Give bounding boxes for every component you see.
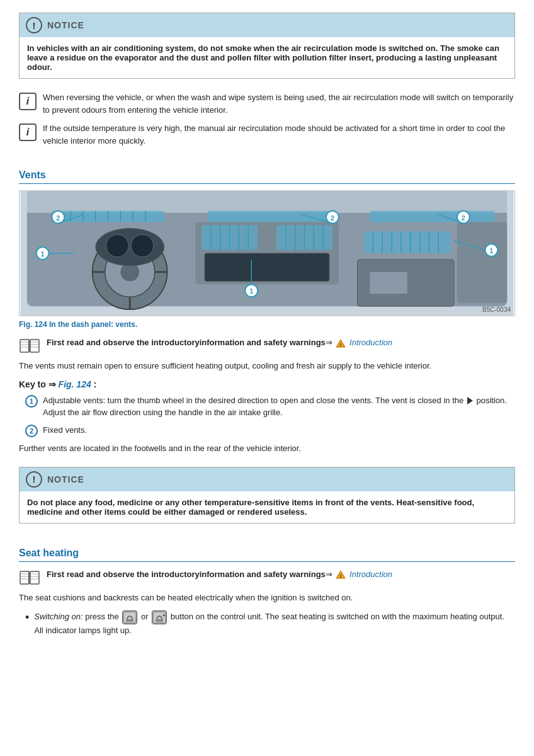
seat-heating-heading: Seat heating <box>19 547 515 562</box>
bullet-text2: or <box>141 612 149 622</box>
info-row-2: i If the outside temperature is very hig… <box>19 122 515 147</box>
notice-body-2: Do not place any food, medicine or any o… <box>20 491 514 523</box>
svg-point-22 <box>106 234 129 257</box>
svg-rect-47 <box>457 222 507 304</box>
notice-header-1: ! NOTICE <box>20 13 514 37</box>
book-text-seat: First read and observe the introductoryi… <box>47 568 392 581</box>
num-text-2: Fixed vents. <box>43 424 87 437</box>
svg-rect-79 <box>20 571 29 584</box>
num-circle-2: 2 <box>25 425 38 437</box>
seat-bullet-item: • Switching on: press the or ▲ button on… <box>19 610 515 637</box>
svg-point-23 <box>131 234 154 257</box>
vent-paragraph: The vents must remain open to ensure suf… <box>19 360 515 373</box>
num-text-1: Adjustable vents: turn the thumb wheel i… <box>43 394 515 419</box>
switching-on-label: Switching on: <box>34 612 82 622</box>
vents-figure: 2 1 2 1 2 1 B5C-0034 <box>19 190 515 316</box>
notice-header-2: ! NOTICE <box>20 467 514 491</box>
svg-rect-93 <box>156 619 163 622</box>
svg-rect-38 <box>363 231 451 253</box>
figure-tag: B5C-0034 <box>482 306 511 313</box>
bullet-dot: • <box>25 612 29 623</box>
svg-rect-2 <box>27 191 507 213</box>
vent-item-2: 2 Fixed vents. <box>19 424 515 437</box>
figure-caption-text: In the dash panel: vents. <box>47 320 137 329</box>
play-icon <box>467 397 473 404</box>
seat-heating-paragraph: The seat cushions and backrests can be h… <box>19 592 515 605</box>
svg-rect-5 <box>370 211 494 222</box>
notice-box-2: ! NOTICE Do not place any food, medicine… <box>19 467 515 524</box>
book-icon-seat <box>19 569 40 587</box>
info-icon-1: i <box>19 93 37 110</box>
book-text-vents: First read and observe the introductoryi… <box>47 336 392 349</box>
seat-btn-right-icon: ▲ <box>152 610 167 624</box>
seat-btn-left-icon <box>122 610 137 624</box>
svg-rect-80 <box>30 571 39 584</box>
intro-link-seat[interactable]: Introduction <box>349 570 392 579</box>
svg-rect-69 <box>30 340 39 352</box>
svg-text:1: 1 <box>41 250 45 258</box>
info-row-1: i When reversing the vehicle, or when th… <box>19 91 515 116</box>
notice-body-1: In vehicles with an air conditioning sys… <box>20 37 514 78</box>
book-text-bold-seat: First read and observe the introductoryi… <box>47 570 326 579</box>
vent-item-1: 1 Adjustable vents: turn the thumb wheel… <box>19 394 515 419</box>
fig-ref: Fig. 124 <box>59 379 91 389</box>
notice-box-1: ! NOTICE In vehicles with an air conditi… <box>19 13 515 79</box>
book-row-seat: First read and observe the introductoryi… <box>19 568 515 587</box>
warning-triangle-vents: ! <box>336 339 346 348</box>
key-to: Key to ⇒ Fig. 124 : <box>19 379 515 389</box>
notice-icon-2: ! <box>26 471 42 488</box>
svg-text:2: 2 <box>56 214 60 222</box>
play-icon-container <box>466 396 477 405</box>
svg-rect-4 <box>208 211 332 222</box>
dashboard-svg: 2 1 2 1 2 1 <box>20 191 514 316</box>
svg-text:!: ! <box>340 341 342 347</box>
figure-caption-bold: Fig. 124 <box>19 320 47 329</box>
key-to-label: Key to <box>19 379 46 389</box>
book-row-vents: First read and observe the introductoryi… <box>19 336 515 355</box>
svg-rect-37 <box>205 253 329 282</box>
bullet-text1: press the <box>85 612 118 622</box>
book-text-bold-vents: First read and observe the introductoryi… <box>47 338 326 347</box>
svg-rect-91 <box>126 619 134 622</box>
svg-text:!: ! <box>340 573 342 579</box>
notice-title-2: NOTICE <box>47 474 84 484</box>
info-icon-2: i <box>19 123 37 141</box>
intro-link-vents[interactable]: Introduction <box>349 338 392 347</box>
svg-rect-49 <box>370 272 407 294</box>
svg-point-21 <box>96 228 164 265</box>
info-text-2: If the outside temperature is very high,… <box>43 122 515 147</box>
bullet-text: Switching on: press the or ▲ button on t… <box>34 610 515 637</box>
notice-icon-1: ! <box>26 17 42 33</box>
further-vents-paragraph: Further vents are located in the footwel… <box>19 442 515 455</box>
svg-text:2: 2 <box>462 214 465 222</box>
book-icon-vents <box>19 337 40 355</box>
figure-caption: Fig. 124 In the dash panel: vents. <box>19 320 515 329</box>
info-text-1: When reversing the vehicle, or when the … <box>43 91 515 116</box>
svg-rect-68 <box>20 340 29 352</box>
vents-heading: Vents <box>19 169 515 184</box>
svg-text:1: 1 <box>249 287 253 295</box>
svg-text:2: 2 <box>331 214 334 222</box>
svg-text:▲: ▲ <box>162 612 166 617</box>
notice-title-1: NOTICE <box>47 20 84 30</box>
warning-triangle-seat: ! <box>336 570 346 579</box>
svg-text:1: 1 <box>489 247 493 255</box>
num-circle-1: 1 <box>25 395 38 408</box>
